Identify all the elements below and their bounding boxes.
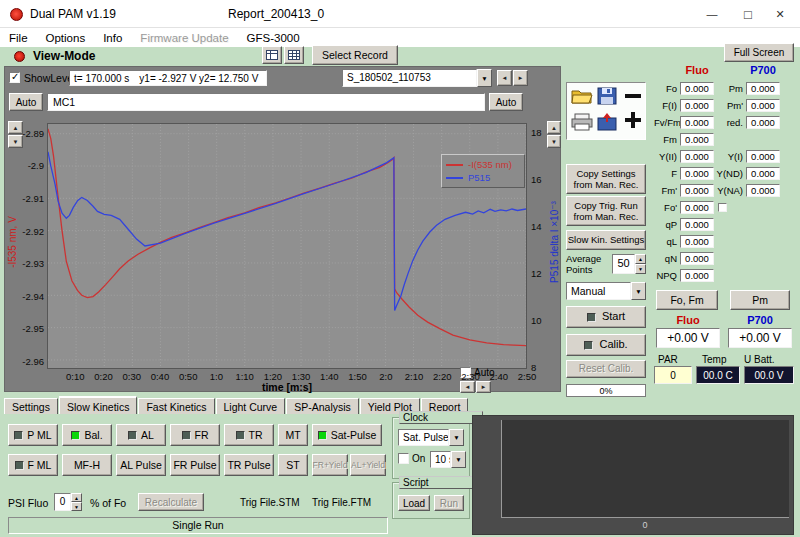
menu-firmware-update[interactable]: Firmware Update — [131, 30, 237, 46]
record-selector[interactable]: S_180502_110753 — [342, 69, 492, 87]
menu-gfs-3000[interactable]: GFS-3000 — [238, 30, 309, 46]
chevron-down-icon[interactable] — [451, 451, 466, 468]
mt-button[interactable]: MT — [278, 424, 308, 446]
select-record-button[interactable]: Select Record — [312, 45, 398, 65]
close-icon[interactable] — [764, 0, 796, 28]
param-label: NPQ — [654, 270, 680, 281]
remove-record-icon[interactable] — [623, 89, 643, 105]
legend-swatch — [446, 177, 463, 179]
measurement-row: F0.000 Y(ND)0.000 — [650, 165, 798, 182]
open-folder-icon[interactable] — [571, 87, 593, 107]
measurement-row: qN0.000 — [650, 250, 798, 267]
menu-file[interactable]: File — [0, 30, 37, 46]
tab-fast-kinetics[interactable]: Fast Kinetics — [138, 398, 214, 414]
right-scale-up-icon[interactable] — [547, 121, 561, 134]
menu-options[interactable]: Options — [37, 30, 95, 46]
chevron-down-icon[interactable] — [631, 282, 646, 300]
clock-on-checkbox[interactable] — [398, 453, 409, 464]
next-record-icon[interactable] — [513, 70, 528, 86]
axis-tick-label: 1:10 — [230, 371, 260, 382]
fr-toggle[interactable]: FR — [170, 424, 220, 446]
clock-mode-select[interactable]: Sat. Pulse — [398, 429, 464, 446]
save-icon[interactable] — [597, 87, 617, 107]
auto-scale-left-button[interactable]: Auto — [9, 93, 43, 111]
spin-down-icon[interactable] — [635, 264, 646, 274]
fr-yield-button[interactable]: FR+Yield — [312, 454, 348, 476]
scroll-left-icon[interactable] — [460, 381, 475, 393]
param-value: 0.000 — [680, 184, 714, 197]
start-indicator — [587, 313, 596, 322]
reset-calib-button[interactable]: Reset Calib. — [566, 360, 646, 378]
al-indicator — [128, 431, 137, 440]
auto-scale-right-button[interactable]: Auto — [489, 93, 523, 111]
st-button[interactable]: ST — [278, 454, 308, 476]
scroll-right-icon[interactable] — [476, 381, 491, 393]
copy-trig-run-button[interactable]: Copy Trig. Run from Man. Rec. — [566, 196, 646, 226]
toggle-label: TR — [249, 429, 263, 441]
al-yield-button[interactable]: AL+Yield — [350, 454, 386, 476]
param-value: 0.000 — [680, 235, 714, 248]
run-mode-label: Single Run — [8, 517, 388, 534]
measurement-row: NPQ0.000 — [650, 267, 798, 284]
start-button[interactable]: Start — [566, 306, 646, 328]
script-load-button[interactable]: Load — [398, 495, 430, 511]
tr-toggle[interactable]: TR — [224, 424, 274, 446]
tab-slow-kinetics[interactable]: Slow Kinetics — [59, 396, 137, 414]
fluo-signal-header: Fluo — [668, 314, 708, 326]
fo-prime-checkbox[interactable] — [718, 203, 727, 212]
tr-pulse-button[interactable]: TR Pulse — [224, 454, 274, 476]
axis-tick-label: -2.9 — [15, 160, 44, 171]
pm-button[interactable]: Pm — [730, 290, 790, 310]
tab-settings[interactable]: Settings — [4, 398, 58, 414]
axis-tick-label: 2:0 — [371, 371, 401, 382]
al-toggle[interactable]: AL — [116, 424, 166, 446]
script-run-button[interactable]: Run — [434, 495, 464, 511]
export-icon[interactable] — [597, 113, 617, 133]
trigger-mode-select[interactable]: Manual — [566, 282, 646, 300]
tab-light-curve[interactable]: Light Curve — [216, 398, 286, 414]
clock-interval-select[interactable]: 10 s — [430, 451, 466, 468]
plot-area[interactable]: -I(535 nm)P515 — [47, 123, 527, 369]
bal-toggle[interactable]: Bal. — [62, 424, 112, 446]
fml-toggle[interactable]: F ML — [8, 454, 58, 476]
script-chart-panel: 0 — [472, 415, 794, 535]
spin-up-icon[interactable] — [635, 254, 646, 264]
pml-toggle[interactable]: P ML — [8, 424, 58, 446]
menu-info[interactable]: Info — [94, 30, 131, 46]
param-value: 0.000 — [746, 116, 780, 129]
add-record-icon[interactable] — [623, 111, 643, 131]
recalculate-button[interactable]: Recalculate — [138, 493, 204, 511]
p700-header: P700 — [743, 64, 783, 76]
right-scale-down-icon[interactable] — [547, 135, 561, 148]
record-name-field[interactable]: MC1 — [47, 93, 485, 111]
slow-kin-settings-button[interactable]: Slow Kin. Settings — [566, 230, 646, 250]
calib-indicator — [584, 341, 593, 350]
spin-down-icon[interactable] — [71, 502, 82, 511]
chevron-down-icon[interactable] — [477, 69, 492, 87]
previous-record-icon[interactable] — [497, 70, 512, 86]
fr-pulse-button[interactable]: FR Pulse — [170, 454, 220, 476]
maximize-icon[interactable] — [732, 0, 764, 28]
axis-tick-label: 1:20 — [258, 371, 288, 382]
fo-fm-button[interactable]: Fo, Fm — [656, 290, 718, 310]
axis-tick-label: 0:40 — [145, 371, 175, 382]
al-pulse-button[interactable]: AL Pulse — [116, 454, 166, 476]
sat-pulse-toggle[interactable]: Sat-Pulse — [312, 424, 382, 446]
spin-up-icon[interactable] — [71, 493, 82, 502]
chevron-down-icon[interactable] — [449, 429, 464, 446]
psi-fluo-stepper[interactable]: 0 — [54, 493, 82, 511]
show-level-checkbox[interactable] — [9, 72, 20, 83]
title-bar: Dual PAM v1.19 Report_200413_0 — [0, 0, 800, 28]
axis-tick-label: -2.92 — [15, 226, 44, 237]
chart-view-icon[interactable] — [262, 46, 282, 64]
minimize-icon[interactable] — [696, 0, 728, 28]
script-x-tick: 0 — [630, 520, 660, 530]
param-label: F(I) — [654, 100, 680, 111]
mf-h-button[interactable]: MF-H — [62, 454, 112, 476]
print-icon[interactable] — [571, 113, 593, 133]
copy-settings-button[interactable]: Copy Settings from Man. Rec. — [566, 164, 646, 194]
tab-sp-analysis[interactable]: SP-Analysis — [286, 398, 359, 414]
calib-button[interactable]: Calib. — [566, 334, 646, 356]
average-points-stepper[interactable]: 50 — [612, 254, 646, 274]
table-view-icon[interactable] — [284, 46, 304, 64]
